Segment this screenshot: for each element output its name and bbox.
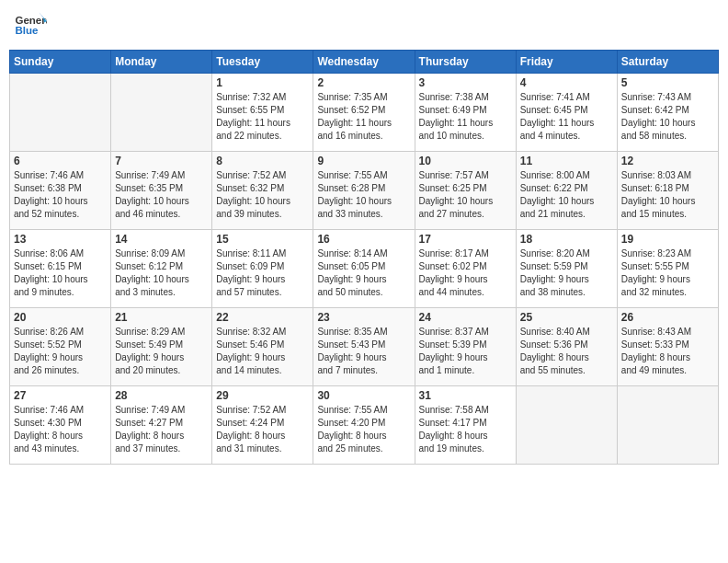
calendar-cell: 9Sunrise: 7:55 AM Sunset: 6:28 PM Daylig… <box>313 152 415 230</box>
calendar-week-row: 20Sunrise: 8:26 AM Sunset: 5:52 PM Dayli… <box>10 308 719 386</box>
cell-content: Sunrise: 8:23 AM Sunset: 5:55 PM Dayligh… <box>621 247 714 299</box>
cell-content: Sunrise: 7:43 AM Sunset: 6:42 PM Dayligh… <box>621 91 714 143</box>
day-number: 3 <box>419 76 512 89</box>
calendar-cell: 21Sunrise: 8:29 AM Sunset: 5:49 PM Dayli… <box>111 308 212 386</box>
day-number: 9 <box>317 155 410 167</box>
cell-content: Sunrise: 7:49 AM Sunset: 6:35 PM Dayligh… <box>115 169 208 221</box>
cell-content: Sunrise: 8:06 AM Sunset: 6:15 PM Dayligh… <box>14 247 107 299</box>
calendar-cell: 18Sunrise: 8:20 AM Sunset: 5:59 PM Dayli… <box>516 230 617 308</box>
cell-content: Sunrise: 7:35 AM Sunset: 6:52 PM Dayligh… <box>317 91 410 143</box>
calendar-cell: 14Sunrise: 8:09 AM Sunset: 6:12 PM Dayli… <box>111 230 212 308</box>
day-number: 15 <box>216 233 309 246</box>
day-number: 28 <box>115 389 208 402</box>
cell-content: Sunrise: 8:32 AM Sunset: 5:46 PM Dayligh… <box>216 326 309 377</box>
day-number: 23 <box>317 311 410 324</box>
calendar-cell: 10Sunrise: 7:57 AM Sunset: 6:25 PM Dayli… <box>415 152 516 230</box>
cell-content: Sunrise: 7:52 AM Sunset: 4:24 PM Dayligh… <box>216 404 309 455</box>
calendar-cell: 20Sunrise: 8:26 AM Sunset: 5:52 PM Dayli… <box>10 308 111 386</box>
calendar-week-row: 13Sunrise: 8:06 AM Sunset: 6:15 PM Dayli… <box>10 230 719 308</box>
calendar-week-row: 27Sunrise: 7:46 AM Sunset: 4:30 PM Dayli… <box>10 386 719 465</box>
day-number: 24 <box>419 311 512 324</box>
day-number: 17 <box>419 233 512 246</box>
day-number: 31 <box>419 389 512 402</box>
weekday-header-saturday: Saturday <box>617 51 718 74</box>
calendar-cell: 12Sunrise: 8:03 AM Sunset: 6:18 PM Dayli… <box>617 152 718 230</box>
day-number: 12 <box>621 155 714 167</box>
cell-content: Sunrise: 8:37 AM Sunset: 5:39 PM Dayligh… <box>419 326 512 377</box>
cell-content: Sunrise: 7:46 AM Sunset: 6:38 PM Dayligh… <box>14 169 107 221</box>
calendar-cell: 3Sunrise: 7:38 AM Sunset: 6:49 PM Daylig… <box>415 74 516 152</box>
day-number: 6 <box>14 155 107 167</box>
day-number: 1 <box>216 76 309 89</box>
cell-content: Sunrise: 7:38 AM Sunset: 6:49 PM Dayligh… <box>419 91 512 143</box>
day-number: 22 <box>216 311 309 324</box>
cell-content: Sunrise: 8:35 AM Sunset: 5:43 PM Dayligh… <box>317 326 410 377</box>
calendar-cell: 8Sunrise: 7:52 AM Sunset: 6:32 PM Daylig… <box>212 152 313 230</box>
cell-content: Sunrise: 8:26 AM Sunset: 5:52 PM Dayligh… <box>14 326 107 377</box>
weekday-header-friday: Friday <box>516 51 617 74</box>
weekday-header-thursday: Thursday <box>415 51 516 74</box>
cell-content: Sunrise: 8:03 AM Sunset: 6:18 PM Dayligh… <box>621 169 714 221</box>
cell-content: Sunrise: 7:46 AM Sunset: 4:30 PM Dayligh… <box>14 404 107 455</box>
svg-text:Blue: Blue <box>15 25 39 36</box>
weekday-header-monday: Monday <box>111 51 212 74</box>
calendar-cell: 29Sunrise: 7:52 AM Sunset: 4:24 PM Dayli… <box>212 386 313 465</box>
logo-icon: General Blue <box>14 9 47 42</box>
day-number: 7 <box>115 155 208 167</box>
day-number: 20 <box>14 311 107 324</box>
day-number: 13 <box>14 233 107 246</box>
calendar-cell <box>111 74 212 152</box>
day-number: 16 <box>317 233 410 246</box>
svg-text:General: General <box>15 15 47 26</box>
cell-content: Sunrise: 8:40 AM Sunset: 5:36 PM Dayligh… <box>520 326 613 377</box>
logo: General Blue <box>14 9 47 42</box>
cell-content: Sunrise: 8:09 AM Sunset: 6:12 PM Dayligh… <box>115 247 208 299</box>
calendar-cell <box>516 386 617 465</box>
calendar-cell <box>10 74 111 152</box>
calendar-cell: 17Sunrise: 8:17 AM Sunset: 6:02 PM Dayli… <box>415 230 516 308</box>
day-number: 4 <box>520 76 613 89</box>
day-number: 10 <box>419 155 512 167</box>
cell-content: Sunrise: 8:00 AM Sunset: 6:22 PM Dayligh… <box>520 169 613 221</box>
day-number: 19 <box>621 233 714 246</box>
calendar-cell: 28Sunrise: 7:49 AM Sunset: 4:27 PM Dayli… <box>111 386 212 465</box>
cell-content: Sunrise: 8:11 AM Sunset: 6:09 PM Dayligh… <box>216 247 309 299</box>
cell-content: Sunrise: 7:32 AM Sunset: 6:55 PM Dayligh… <box>216 91 309 143</box>
cell-content: Sunrise: 7:55 AM Sunset: 6:28 PM Dayligh… <box>317 169 410 221</box>
day-number: 30 <box>317 389 410 402</box>
calendar-cell: 2Sunrise: 7:35 AM Sunset: 6:52 PM Daylig… <box>313 74 415 152</box>
cell-content: Sunrise: 7:58 AM Sunset: 4:17 PM Dayligh… <box>419 404 512 455</box>
cell-content: Sunrise: 7:57 AM Sunset: 6:25 PM Dayligh… <box>419 169 512 221</box>
cell-content: Sunrise: 8:29 AM Sunset: 5:49 PM Dayligh… <box>115 326 208 377</box>
calendar-cell: 26Sunrise: 8:43 AM Sunset: 5:33 PM Dayli… <box>617 308 718 386</box>
day-number: 8 <box>216 155 309 167</box>
calendar-cell: 24Sunrise: 8:37 AM Sunset: 5:39 PM Dayli… <box>415 308 516 386</box>
cell-content: Sunrise: 7:52 AM Sunset: 6:32 PM Dayligh… <box>216 169 309 221</box>
calendar-cell: 31Sunrise: 7:58 AM Sunset: 4:17 PM Dayli… <box>415 386 516 465</box>
calendar-cell: 11Sunrise: 8:00 AM Sunset: 6:22 PM Dayli… <box>516 152 617 230</box>
calendar-cell: 27Sunrise: 7:46 AM Sunset: 4:30 PM Dayli… <box>10 386 111 465</box>
calendar-cell: 15Sunrise: 8:11 AM Sunset: 6:09 PM Dayli… <box>212 230 313 308</box>
day-number: 26 <box>621 311 714 324</box>
calendar-cell: 4Sunrise: 7:41 AM Sunset: 6:45 PM Daylig… <box>516 74 617 152</box>
calendar-cell: 7Sunrise: 7:49 AM Sunset: 6:35 PM Daylig… <box>111 152 212 230</box>
day-number: 2 <box>317 76 410 89</box>
calendar-cell: 5Sunrise: 7:43 AM Sunset: 6:42 PM Daylig… <box>617 74 718 152</box>
page-header: General Blue <box>9 9 719 42</box>
cell-content: Sunrise: 7:55 AM Sunset: 4:20 PM Dayligh… <box>317 404 410 455</box>
calendar-cell: 6Sunrise: 7:46 AM Sunset: 6:38 PM Daylig… <box>10 152 111 230</box>
day-number: 14 <box>115 233 208 246</box>
weekday-header-sunday: Sunday <box>10 51 111 74</box>
day-number: 25 <box>520 311 613 324</box>
day-number: 29 <box>216 389 309 402</box>
calendar-cell: 22Sunrise: 8:32 AM Sunset: 5:46 PM Dayli… <box>212 308 313 386</box>
calendar-cell: 19Sunrise: 8:23 AM Sunset: 5:55 PM Dayli… <box>617 230 718 308</box>
calendar-cell: 13Sunrise: 8:06 AM Sunset: 6:15 PM Dayli… <box>10 230 111 308</box>
cell-content: Sunrise: 7:49 AM Sunset: 4:27 PM Dayligh… <box>115 404 208 455</box>
day-number: 27 <box>14 389 107 402</box>
cell-content: Sunrise: 7:41 AM Sunset: 6:45 PM Dayligh… <box>520 91 613 143</box>
weekday-header-wednesday: Wednesday <box>313 51 415 74</box>
calendar-cell: 30Sunrise: 7:55 AM Sunset: 4:20 PM Dayli… <box>313 386 415 465</box>
day-number: 18 <box>520 233 613 246</box>
calendar-cell <box>617 386 718 465</box>
